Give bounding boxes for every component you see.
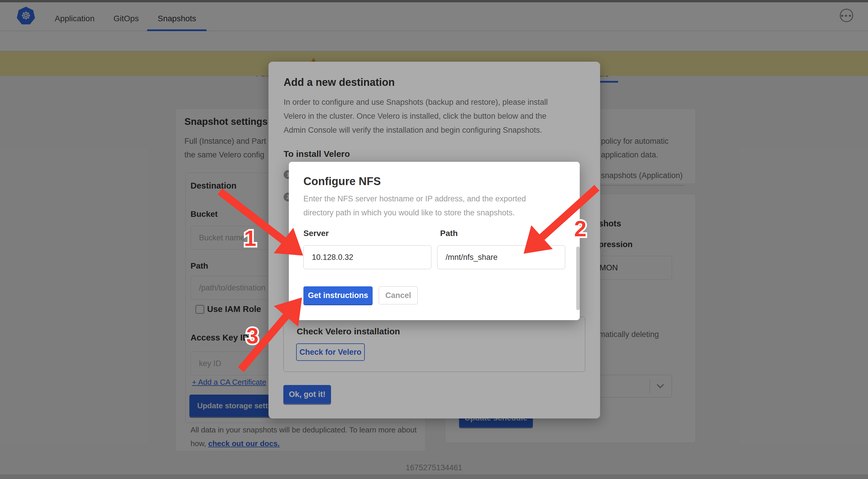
modal-scrollbar[interactable]	[576, 246, 580, 310]
nfs-path-input[interactable]	[437, 245, 565, 269]
configure-nfs-title: Configure NFS	[303, 175, 381, 188]
configure-nfs-modal: Configure NFS Enter the NFS server hostn…	[289, 162, 580, 320]
cancel-button[interactable]: Cancel	[379, 286, 418, 304]
server-input[interactable]	[303, 245, 431, 269]
nfs-path-label: Path	[440, 229, 458, 238]
server-label: Server	[303, 229, 329, 238]
page: ☸ Application GitOps Snapshots ●●● Full …	[0, 0, 868, 479]
nfs-description-line: Enter the NFS server hostname or IP addr…	[303, 194, 526, 203]
nfs-description-line: directory path in which you would like t…	[303, 208, 515, 217]
get-instructions-button[interactable]: Get instructions	[303, 286, 373, 304]
